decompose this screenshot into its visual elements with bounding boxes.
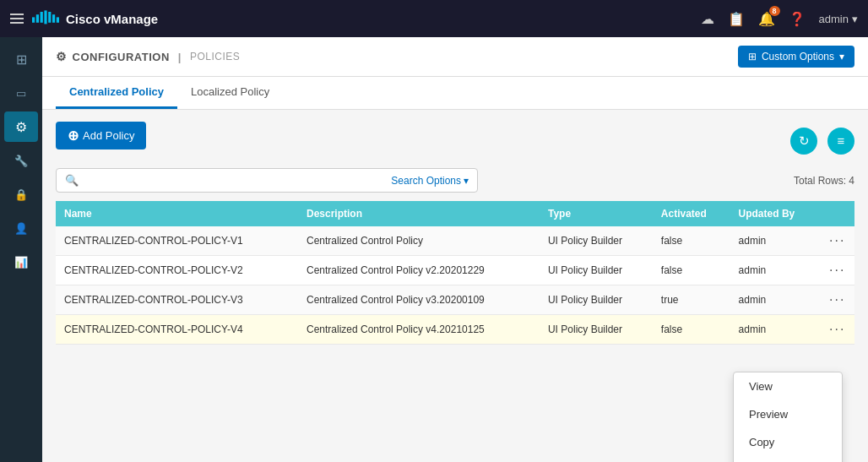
- row-actions-button[interactable]: ···: [829, 292, 845, 307]
- content-area: ⊕ Add Policy ↻ ≡ 🔍: [42, 110, 868, 462]
- table-row: CENTRALIZED-CONTROL-POLICY-V2Centralized…: [56, 256, 854, 285]
- cell-actions: ···: [821, 256, 854, 285]
- cell-1: Centralized Control Policy v3.20200109: [298, 285, 540, 315]
- cell-3: true: [653, 285, 730, 315]
- svg-rect-1: [36, 14, 39, 23]
- cell-2: UI Policy Builder: [540, 315, 653, 345]
- table-row: CENTRALIZED-CONTROL-POLICY-V3Centralized…: [56, 285, 854, 315]
- search-options-label: Search Options: [391, 175, 461, 187]
- sidebar-item-grid[interactable]: ⊞: [4, 44, 38, 74]
- cell-2: UI Policy Builder: [540, 226, 653, 256]
- custom-options-button[interactable]: ⊞ Custom Options ▾: [738, 46, 854, 68]
- cell-3: false: [653, 315, 730, 345]
- custom-options-label: Custom Options: [762, 51, 834, 63]
- search-icon: 🔍: [65, 174, 79, 187]
- menu-item-edit[interactable]: Edit: [734, 456, 842, 462]
- search-input[interactable]: [84, 174, 386, 187]
- context-menu: ViewPreviewCopyEditDeleteActivate: [733, 372, 843, 462]
- svg-rect-2: [41, 12, 43, 23]
- page-header: ⚙ CONFIGURATION | POLICIES ⊞ Custom Opti…: [42, 37, 868, 77]
- nav-icons: ☁ 📋 🔔 8 ❓ admin ▾: [701, 11, 858, 27]
- svg-rect-5: [52, 14, 55, 23]
- section-label: CONFIGURATION: [73, 51, 170, 63]
- cell-2: UI Policy Builder: [540, 285, 653, 315]
- sidebar-item-monitor[interactable]: ▭: [4, 78, 38, 108]
- row-actions-button[interactable]: ···: [829, 263, 845, 278]
- search-box: 🔍 Search Options ▾: [56, 168, 478, 193]
- cisco-icon: [32, 10, 59, 27]
- app-logo: Cisco vManage: [32, 10, 692, 27]
- settings-button[interactable]: ≡: [827, 128, 854, 155]
- notification-badge: 8: [769, 6, 780, 16]
- svg-rect-3: [44, 10, 46, 24]
- cell-3: false: [653, 226, 730, 256]
- policy-tabs: Centralized Policy Localized Policy: [42, 77, 868, 110]
- notification-icon[interactable]: 🔔 8: [758, 11, 775, 27]
- cell-4: admin: [730, 315, 821, 345]
- svg-rect-6: [57, 17, 59, 22]
- cell-2: UI Policy Builder: [540, 256, 653, 285]
- table-action-buttons: ↻ ≡: [785, 128, 854, 155]
- cell-1: Centralized Control Policy v4.20210125: [298, 315, 540, 345]
- sidebar-item-analytics[interactable]: 📊: [4, 247, 38, 277]
- cloud-icon[interactable]: ☁: [701, 11, 714, 27]
- cell-0: CENTRALIZED-CONTROL-POLICY-V3: [56, 285, 298, 315]
- cell-0: CENTRALIZED-CONTROL-POLICY-V2: [56, 256, 298, 285]
- app-title: Cisco vManage: [66, 12, 158, 26]
- cell-4: admin: [730, 285, 821, 315]
- table-header-row: Name Description Type Activated Updated …: [56, 201, 854, 226]
- policy-table: Name Description Type Activated Updated …: [56, 201, 854, 345]
- document-icon[interactable]: 📋: [728, 11, 745, 27]
- menu-icon: ≡: [838, 133, 845, 148]
- add-icon: ⊕: [68, 128, 79, 144]
- cell-3: false: [653, 256, 730, 285]
- add-policy-button[interactable]: ⊕ Add Policy: [56, 122, 146, 149]
- cell-actions: ···: [821, 226, 854, 256]
- refresh-button[interactable]: ↻: [790, 128, 817, 155]
- sidebar-item-users[interactable]: 👤: [4, 213, 38, 243]
- cell-0: CENTRALIZED-CONTROL-POLICY-V1: [56, 226, 298, 256]
- col-actions: [821, 201, 854, 226]
- custom-options-chevron: ▾: [839, 51, 844, 63]
- users-icon: 👤: [14, 222, 28, 235]
- add-policy-label: Add Policy: [83, 129, 134, 142]
- col-activated: Activated: [653, 201, 730, 226]
- row-actions-button[interactable]: ···: [829, 322, 845, 337]
- sidebar-item-tools[interactable]: 🔧: [4, 145, 38, 176]
- menu-item-view[interactable]: View: [734, 372, 842, 400]
- cell-actions: ···: [821, 315, 854, 345]
- lock-icon: 🔒: [14, 188, 28, 201]
- grid-icon: ⊞: [16, 52, 27, 68]
- tools-icon: 🔧: [14, 155, 28, 167]
- search-options-button[interactable]: Search Options ▾: [391, 175, 469, 187]
- search-chevron-icon: ▾: [464, 175, 469, 187]
- monitor-icon: ▭: [16, 87, 26, 100]
- svg-rect-4: [48, 12, 51, 23]
- row-actions-button[interactable]: ···: [829, 233, 845, 248]
- gear-icon: ⚙: [56, 50, 68, 63]
- cell-0: CENTRALIZED-CONTROL-POLICY-V4: [56, 315, 298, 345]
- hamburger-menu[interactable]: [10, 14, 24, 24]
- menu-item-copy[interactable]: Copy: [734, 428, 842, 456]
- breadcrumb: ⚙ CONFIGURATION | POLICIES: [56, 50, 240, 63]
- table-row: CENTRALIZED-CONTROL-POLICY-V1Centralized…: [56, 226, 854, 256]
- col-description: Description: [298, 201, 540, 226]
- tab-localized[interactable]: Localized Policy: [177, 77, 283, 109]
- help-icon[interactable]: ❓: [789, 11, 806, 27]
- custom-options-icon: ⊞: [748, 51, 757, 63]
- main-content: ⚙ CONFIGURATION | POLICIES ⊞ Custom Opti…: [42, 37, 868, 462]
- tab-centralized[interactable]: Centralized Policy: [56, 77, 177, 109]
- chevron-down-icon: ▾: [852, 13, 858, 25]
- admin-menu[interactable]: admin ▾: [819, 13, 858, 25]
- table-row: CENTRALIZED-CONTROL-POLICY-V4Centralized…: [56, 315, 854, 345]
- sidebar-item-security[interactable]: 🔒: [4, 179, 38, 209]
- search-row: 🔍 Search Options ▾ Total Rows: 4: [56, 168, 854, 193]
- admin-label: admin: [819, 13, 849, 25]
- cell-actions: ···: [821, 285, 854, 315]
- menu-item-preview[interactable]: Preview: [734, 400, 842, 428]
- cell-1: Centralized Control Policy v2.20201229: [298, 256, 540, 285]
- sidebar-item-config[interactable]: ⚙: [4, 111, 38, 142]
- sub-label: POLICIES: [190, 51, 240, 63]
- separator: |: [178, 51, 182, 63]
- svg-rect-0: [32, 17, 35, 22]
